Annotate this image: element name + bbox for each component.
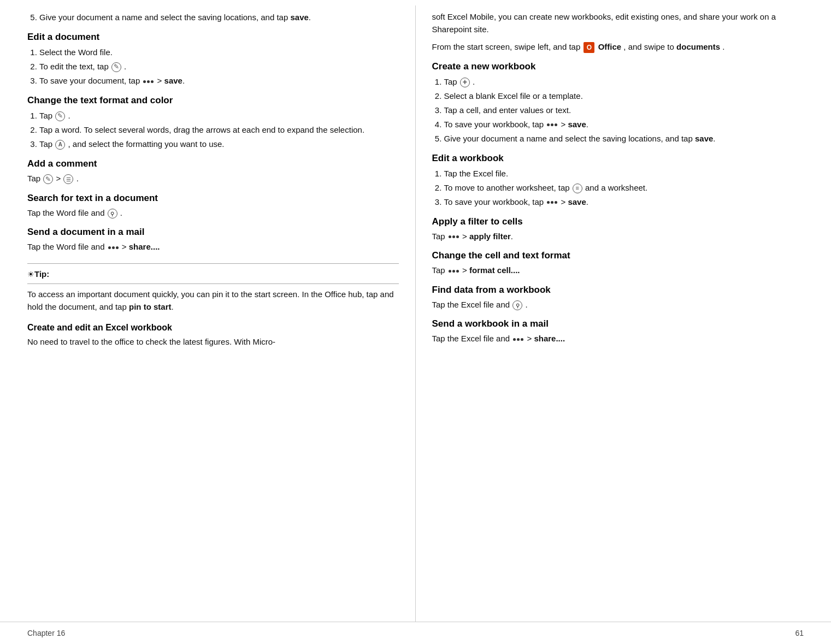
- edit-workbook-list: Tap the Excel file. To move to another w…: [444, 167, 804, 209]
- pencil-icon: [43, 174, 53, 184]
- list-item: To edit the text, tap .: [39, 60, 399, 73]
- send-workbook-para: Tap the Excel file and > share....: [432, 333, 804, 345]
- list-item: To save your document, tap > save.: [39, 74, 399, 87]
- edit-doc-list: Select the Word file. To edit the text, …: [39, 46, 399, 87]
- menu-icon: [573, 184, 582, 193]
- edit-doc-heading: Edit a document: [27, 32, 399, 43]
- change-format-list: Tap . Tap a word. To select several word…: [39, 109, 399, 151]
- right-column: soft Excel Mobile, you can create new wo…: [416, 5, 832, 622]
- list-item: Tap a cell, and enter values or text.: [444, 104, 804, 117]
- list-item: Select a blank Excel file or a template.: [444, 90, 804, 103]
- edit-workbook-heading: Edit a workbook: [432, 153, 804, 164]
- left-column: Give your document a name and select the…: [0, 5, 416, 622]
- search-icon: ⚲: [108, 209, 117, 218]
- office-icon: O: [584, 42, 594, 53]
- list-item: To save your workbook, tap > save.: [444, 118, 804, 131]
- item5-bold: save: [290, 13, 308, 22]
- tip-label: ☀Tip:: [27, 268, 399, 281]
- dots-icon: [449, 235, 459, 238]
- list-item: Tap a word. To select several words, dra…: [39, 123, 399, 137]
- search-icon: ⚲: [512, 300, 522, 310]
- excel-section-heading: Create and edit an Excel workbook: [27, 323, 399, 333]
- tip-divider-bottom: [27, 283, 399, 284]
- send-workbook-heading: Send a workbook in a mail: [432, 318, 804, 329]
- excel-intro-cont: soft Excel Mobile, you can create new wo…: [432, 11, 804, 36]
- list-item: Give your document a name and select the…: [444, 132, 804, 145]
- list-item: Select the Word file.: [39, 46, 399, 59]
- format-icon: [55, 140, 65, 150]
- send-mail-para: Tap the Word file and > share....: [27, 241, 399, 253]
- tip-divider: [27, 263, 399, 264]
- list-item: To move to another worksheet, tap and a …: [444, 181, 804, 194]
- find-data-para: Tap the Excel file and ⚲ .: [432, 299, 804, 311]
- tip-icon: ☀: [27, 269, 34, 280]
- change-cell-para: Tap > format cell....: [432, 264, 804, 277]
- search-doc-para: Tap the Word file and ⚲ .: [27, 207, 399, 220]
- comment-icon: [63, 174, 73, 184]
- office-para: From the start screen, swipe left, and t…: [432, 41, 804, 54]
- tip-body: To access an important document quickly,…: [27, 288, 399, 313]
- dots-icon: [547, 201, 557, 204]
- footer: Chapter 16 61: [0, 622, 831, 644]
- apply-filter-heading: Apply a filter to cells: [432, 216, 804, 227]
- excel-intro: No need to travel to the office to check…: [27, 336, 399, 348]
- list-item: Tap .: [444, 75, 804, 88]
- dots-icon: [513, 338, 523, 341]
- add-comment-heading: Add a comment: [27, 158, 399, 169]
- list-item: Tap , and select the formatting you want…: [39, 138, 399, 151]
- dots-icon: [547, 123, 557, 126]
- tip-section: ☀Tip: To access an important document qu…: [27, 263, 399, 314]
- plus-icon: [460, 78, 470, 87]
- item5-text: Give your document a name and select the…: [39, 13, 290, 22]
- pencil-icon: [55, 111, 65, 121]
- list-item: Tap .: [39, 109, 399, 122]
- add-comment-para: Tap > .: [27, 173, 399, 185]
- dots-icon: [108, 246, 119, 249]
- footer-right: 61: [795, 629, 804, 637]
- numbered-list-item5: Give your document a name and select the…: [39, 11, 399, 24]
- pencil-icon: [111, 62, 121, 72]
- list-item: Tap the Excel file.: [444, 167, 804, 180]
- list-item: Give your document a name and select the…: [39, 11, 399, 24]
- new-workbook-list: Tap . Select a blank Excel file or a tem…: [444, 75, 804, 145]
- dots-icon: [449, 270, 459, 273]
- new-workbook-heading: Create a new workbook: [432, 61, 804, 72]
- find-data-heading: Find data from a workbook: [432, 285, 804, 296]
- search-doc-heading: Search for text in a document: [27, 193, 399, 204]
- send-mail-heading: Send a document in a mail: [27, 227, 399, 238]
- list-item: To save your workbook, tap > save.: [444, 196, 804, 209]
- footer-left: Chapter 16: [27, 629, 65, 637]
- dots-icon: [143, 80, 154, 83]
- apply-filter-para: Tap > apply filter.: [432, 231, 804, 243]
- change-format-heading: Change the text format and color: [27, 95, 399, 106]
- change-cell-heading: Change the cell and text format: [432, 250, 804, 261]
